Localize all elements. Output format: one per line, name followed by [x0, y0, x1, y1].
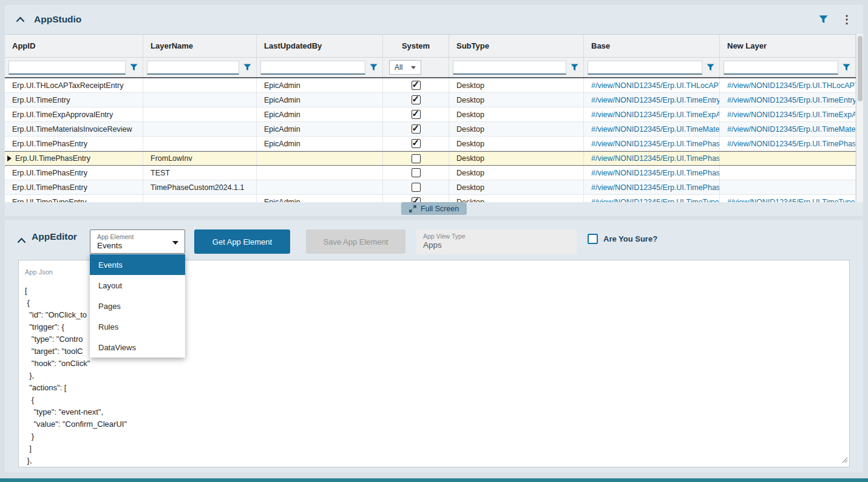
- cell-app_id: Erp.UI.TimePhasEntry: [5, 137, 143, 151]
- link-new_layer[interactable]: #/view/NONID12345/Erp.UI.TimeMaterialsIn…: [727, 125, 856, 134]
- full-screen-button[interactable]: Full Screen: [401, 202, 467, 215]
- cell-app_id: Erp.UI.THLocAPTaxReceiptEntry: [5, 78, 143, 92]
- column-header-layer_name[interactable]: LayerName: [143, 35, 257, 57]
- dropdown-option-layout[interactable]: Layout: [90, 275, 185, 296]
- filter-input-app_id[interactable]: [8, 61, 126, 75]
- appstudio-panel: AppStudio ⋮ AppIDLayerNameLastUpdatedByS…: [5, 5, 863, 216]
- link-new_layer[interactable]: #/view/NONID12345/Erp.UI.TimeExpApproval…: [727, 110, 856, 119]
- table-row[interactable]: Erp.UI.TimeEntryEpicAdminDesktop#/view/N…: [5, 93, 856, 107]
- filter-input-layer_name[interactable]: [147, 61, 239, 75]
- cell-system: [383, 166, 449, 180]
- chevron-up-icon[interactable]: [17, 235, 26, 246]
- filter-input-sub_type[interactable]: [453, 61, 566, 75]
- cell-layer_name: [143, 195, 257, 202]
- filter-cell-last_updated_by: [257, 58, 383, 77]
- funnel-icon[interactable]: [707, 64, 714, 71]
- table-row[interactable]: Erp.UI.TimeMaterialsInvoiceReviewEpicAdm…: [5, 122, 856, 137]
- filter-cell-layer_name: [143, 58, 257, 77]
- cell-layer_name: [143, 107, 257, 121]
- get-app-element-button[interactable]: Get App Element: [194, 229, 290, 254]
- cell-base: #/view/NONID12345/Erp.UI.THLocAPTaxRecei…: [584, 78, 720, 92]
- cell-layer_name: FromLowInv: [143, 152, 257, 165]
- dropdown-option-dataviews[interactable]: DataViews: [90, 337, 185, 358]
- filter-input-new_layer[interactable]: [724, 61, 838, 75]
- cell-new_layer: #/view/NONID12345/Erp.UI.TimeExpApproval…: [720, 107, 856, 121]
- are-you-sure-checkbox[interactable]: Are You Sure?: [588, 234, 657, 244]
- link-base[interactable]: #/view/NONID12345/Erp.UI.TimePhasEntry: [591, 183, 720, 192]
- link-new_layer[interactable]: #/view/NONID12345/Erp.UI.TimePhasEntry: [727, 140, 856, 148]
- cell-last_updated_by: [257, 180, 383, 194]
- resize-handle-icon[interactable]: [842, 455, 848, 466]
- table-row[interactable]: Erp.UI.TimeTypeEntryEpicAdminDesktop#/vi…: [5, 195, 856, 202]
- filter-input-last_updated_by[interactable]: [260, 61, 365, 75]
- cell-layer_name: [143, 122, 257, 136]
- link-base[interactable]: #/view/NONID12345/Erp.UI.TimeTypeEntry: [591, 198, 720, 203]
- link-base[interactable]: #/view/NONID12345/Erp.UI.TimePhasEntry: [591, 154, 720, 163]
- cell-sub_type: Desktop: [449, 137, 584, 151]
- cell-text: Erp.UI.THLocAPTaxReceiptEntry: [12, 81, 123, 90]
- scrollbar-thumb[interactable]: [858, 36, 863, 101]
- link-base[interactable]: #/view/NONID12345/Erp.UI.TimeEntry: [591, 96, 720, 104]
- unchecked-checkbox-icon[interactable]: [588, 234, 598, 244]
- cell-text: Erp.UI.TimeExpApprovalEntry: [12, 110, 113, 119]
- link-new_layer[interactable]: #/view/NONID12345/Erp.UI.THLocAPTaxRecei…: [727, 81, 856, 90]
- funnel-icon[interactable]: [370, 64, 378, 71]
- cell-last_updated_by: EpicAdmin: [257, 107, 383, 121]
- funnel-icon[interactable]: [130, 64, 138, 71]
- link-base[interactable]: #/view/NONID12345/Erp.UI.TimeMaterialsIn…: [591, 125, 720, 134]
- funnel-icon[interactable]: [843, 64, 850, 71]
- kebab-menu-icon[interactable]: ⋮: [841, 14, 852, 25]
- filter-input-base[interactable]: [588, 61, 702, 75]
- column-header-base[interactable]: Base: [584, 35, 720, 57]
- funnel-icon[interactable]: [243, 64, 251, 71]
- funnel-icon[interactable]: [819, 15, 828, 24]
- cell-new_layer: [720, 166, 856, 180]
- column-header-sub_type[interactable]: SubType: [449, 35, 584, 57]
- unchecked-checkbox-icon: [412, 168, 421, 177]
- checked-checkbox-icon: [412, 110, 421, 119]
- filter-select-system[interactable]: All: [389, 60, 421, 75]
- cell-new_layer: #/view/NONID12345/Erp.UI.TimeTypeEntry: [720, 195, 856, 202]
- chevron-up-icon[interactable]: [16, 16, 25, 23]
- cell-base: #/view/NONID12345/Erp.UI.TimePhasEntry: [584, 180, 720, 194]
- app-view-type-value: Apps: [423, 240, 571, 250]
- column-header-new_layer[interactable]: New Layer: [720, 35, 856, 57]
- link-new_layer[interactable]: #/view/NONID12345/Erp.UI.TimeTypeEntry: [727, 198, 856, 203]
- cell-base: #/view/NONID12345/Erp.UI.TimePhasEntry: [584, 152, 720, 165]
- chevron-down-icon: [411, 66, 416, 69]
- link-base[interactable]: #/view/NONID12345/Erp.UI.TimeExpApproval…: [591, 110, 720, 119]
- cell-base: #/view/NONID12345/Erp.UI.TimePhasEntry: [584, 137, 720, 151]
- table-row[interactable]: Erp.UI.TimePhasEntryFromLowInvDesktop#/v…: [5, 151, 856, 166]
- table-row[interactable]: Erp.UI.TimeExpApprovalEntryEpicAdminDesk…: [5, 107, 856, 122]
- table-row[interactable]: Erp.UI.TimePhasEntryEpicAdminDesktop#/vi…: [5, 137, 856, 151]
- cell-text: Erp.UI.TimePhasEntry: [15, 154, 90, 163]
- app-element-value: Events: [97, 240, 169, 251]
- app-json-label: App Json: [25, 268, 53, 276]
- cell-new_layer: #/view/NONID12345/Erp.UI.THLocAPTaxRecei…: [720, 78, 856, 92]
- cell-last_updated_by: EpicAdmin: [257, 78, 383, 92]
- cell-text: EpicAdmin: [264, 140, 300, 148]
- table-row[interactable]: Erp.UI.THLocAPTaxReceiptEntryEpicAdminDe…: [5, 78, 856, 93]
- dropdown-option-rules[interactable]: Rules: [90, 316, 185, 337]
- column-header-last_updated_by[interactable]: LastUpdatedBy: [257, 35, 383, 57]
- table-row[interactable]: Erp.UI.TimePhasEntryTimePhaseCustom2024.…: [5, 180, 856, 195]
- funnel-icon[interactable]: [571, 64, 578, 71]
- full-screen-label: Full Screen: [421, 205, 459, 213]
- link-new_layer[interactable]: #/view/NONID12345/Erp.UI.TimeEntry: [727, 96, 856, 104]
- footer-bar: [0, 478, 868, 482]
- save-app-element-button[interactable]: Save App Element: [306, 229, 405, 254]
- dropdown-option-pages[interactable]: Pages: [90, 296, 185, 316]
- appstudio-header: AppStudio ⋮: [5, 5, 863, 34]
- link-base[interactable]: #/view/NONID12345/Erp.UI.THLocAPTaxRecei…: [591, 81, 720, 90]
- link-base[interactable]: #/view/NONID12345/Erp.UI.TimePhasEntry: [591, 140, 720, 148]
- link-base[interactable]: #/view/NONID12345/Erp.UI.TimePhasEntry: [591, 169, 720, 177]
- appeditor-toolbar: AppEditor App Element Events Get App Ele…: [5, 220, 863, 259]
- cell-text: Desktop: [456, 183, 484, 192]
- app-element-combobox[interactable]: App Element Events: [90, 229, 185, 254]
- cell-new_layer: #/view/NONID12345/Erp.UI.TimeEntry: [720, 93, 856, 107]
- column-header-app_id[interactable]: AppID: [5, 35, 143, 57]
- dropdown-option-events[interactable]: Events: [90, 254, 185, 275]
- cell-app_id: Erp.UI.TimeEntry: [5, 93, 143, 107]
- column-header-system[interactable]: System: [383, 35, 449, 57]
- table-row[interactable]: Erp.UI.TimePhasEntryTESTDesktop#/view/NO…: [5, 166, 856, 180]
